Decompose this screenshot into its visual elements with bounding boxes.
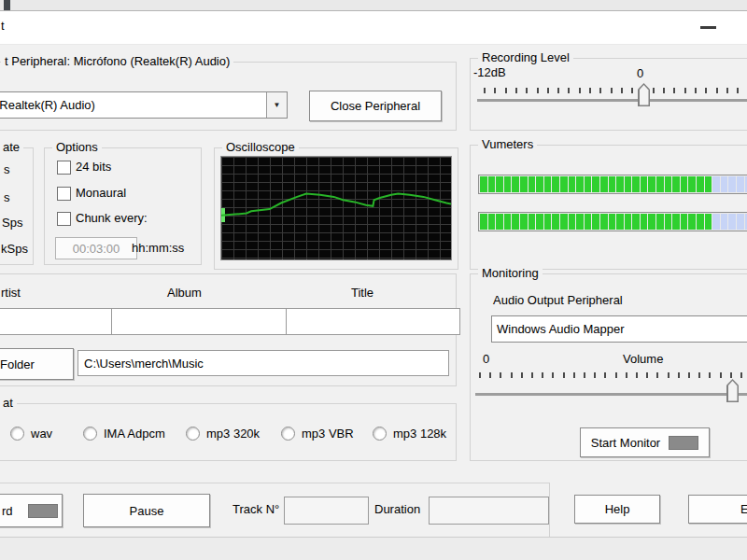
slider-tick — [604, 372, 606, 378]
checkbox-monaural[interactable] — [57, 187, 71, 201]
vu-segment-on — [520, 176, 528, 192]
checkbox-chunk-every[interactable] — [57, 212, 71, 226]
slider-tick — [542, 372, 543, 378]
artist-input[interactable] — [0, 308, 112, 335]
slider-tick — [505, 88, 507, 93]
chevron-down-icon[interactable]: ▼ — [266, 92, 287, 118]
format-radio-ima-adpcm[interactable]: IMA Adpcm — [83, 427, 165, 441]
slider-tick — [673, 88, 675, 93]
slider-tick — [705, 88, 707, 93]
close-peripheral-button[interactable]: Close Peripheral — [309, 91, 442, 121]
track-number-field[interactable] — [284, 497, 369, 525]
vu-segment-on — [488, 214, 496, 230]
slider-tick — [594, 372, 596, 378]
vu-segment-on — [697, 176, 704, 192]
radio-icon[interactable] — [281, 427, 295, 441]
slider-tick — [479, 372, 481, 378]
audio-output-combobox[interactable]: Windows Audio Mapper — [491, 315, 747, 343]
oscilloscope-label: Oscilloscope — [222, 140, 299, 154]
exit-button[interactable]: E — [688, 495, 747, 524]
folder-path-field[interactable]: C:\Users\merch\Music — [78, 350, 449, 376]
vu-segment-on — [585, 176, 592, 192]
slider-tick — [537, 88, 539, 93]
recording-level-slider-track[interactable] — [477, 99, 747, 103]
vu-segment-on — [536, 176, 543, 192]
recording-level-zero: 0 — [637, 66, 643, 80]
vu-segment-on — [616, 176, 624, 192]
slider-tick — [611, 88, 613, 93]
album-input[interactable] — [111, 308, 288, 335]
vu-segment-off — [737, 214, 744, 230]
folder-button[interactable]: Folder — [0, 348, 74, 380]
vumeter-right — [478, 212, 747, 231]
vu-segment-on — [560, 214, 568, 230]
checkbox-24bits[interactable] — [57, 161, 71, 175]
slider-tick — [698, 372, 700, 378]
vu-segment-on — [625, 214, 632, 230]
vu-segment-on — [672, 214, 680, 230]
radio-icon[interactable] — [10, 427, 24, 441]
record-button-label: rd — [2, 504, 13, 518]
vu-segment-on — [681, 214, 688, 230]
title-input[interactable] — [286, 308, 460, 335]
slider-tick — [494, 88, 496, 93]
vu-segment-on — [641, 214, 648, 230]
oscilloscope-display — [220, 156, 452, 260]
slider-tick — [668, 372, 669, 378]
vu-segment-off — [712, 214, 720, 230]
vu-segment-on — [616, 214, 624, 230]
slider-tick — [663, 88, 665, 93]
peripheral-group: t Peripheral: Micrófono (Realtek(R) Audi… — [0, 62, 457, 131]
vu-segment-on — [512, 176, 519, 192]
slider-tick — [716, 88, 718, 93]
vu-segment-on — [656, 214, 664, 230]
pause-button[interactable]: Pause — [83, 494, 210, 527]
chunk-time-field[interactable]: 00:03:00 — [55, 237, 137, 259]
audio-output-value: Windows Audio Mapper — [492, 322, 747, 336]
vu-segment-off — [737, 176, 744, 192]
slider-tick — [653, 88, 655, 93]
slider-tick — [695, 88, 697, 93]
format-radio-mp3-320k[interactable]: mp3 320k — [186, 427, 260, 441]
slider-tick — [636, 372, 638, 378]
checkbox-monaural-label: Monaural — [76, 186, 126, 200]
recording-level-slider-thumb[interactable] — [638, 83, 650, 106]
recording-level-ticks — [484, 88, 747, 93]
volume-slider-track[interactable] — [475, 393, 747, 397]
track-number-label: Track N° — [233, 502, 279, 516]
minimize-button[interactable] — [688, 13, 727, 41]
folder-path-value: C:\Users\merch\Music — [84, 357, 204, 371]
checkbox-24bits-label: 24 bits — [76, 160, 111, 174]
duration-field[interactable] — [429, 497, 549, 525]
slider-tick — [531, 372, 533, 378]
format-radio-mp3-128k[interactable]: mp3 128k — [373, 427, 446, 441]
start-monitor-button[interactable]: Start Monitor — [580, 427, 710, 457]
vu-segment-on — [632, 214, 640, 230]
volume-slider-thumb[interactable] — [726, 379, 739, 402]
radio-icon[interactable] — [83, 427, 97, 441]
radio-icon[interactable] — [186, 427, 200, 441]
format-radio-wav[interactable]: wav — [10, 427, 52, 441]
slider-tick — [684, 88, 686, 93]
peripheral-group-label: t Peripheral: Micrófono (Realtek(R) Audi… — [1, 54, 233, 68]
checkbox-chunk-every-label: Chunk every: — [76, 211, 148, 225]
title-bar: t — [0, 11, 747, 45]
sample-rate-item-fragment: s — [4, 162, 10, 176]
vumeters-group: Vumeters — [470, 145, 747, 270]
album-label: Album — [167, 286, 202, 300]
monitoring-group: Monitoring Audio Output Peripheral Windo… — [470, 273, 747, 461]
exit-button-label: E — [740, 502, 747, 516]
vu-segment-off — [728, 176, 736, 192]
start-monitor-label: Start Monitor — [591, 436, 660, 450]
vu-segment-on — [496, 176, 503, 192]
peripheral-combobox[interactable]: (Realtek(R) Audio) ▼ — [0, 91, 288, 119]
record-button[interactable]: rd — [0, 494, 63, 527]
sample-rate-item-fragment: Sps — [2, 216, 22, 230]
recording-level-label: Recording Level — [478, 50, 573, 64]
radio-icon[interactable] — [373, 427, 387, 441]
sample-rate-item-fragment: s — [4, 190, 10, 204]
help-button[interactable]: Help — [574, 495, 660, 524]
format-radio-mp3-vbr[interactable]: mp3 VBR — [281, 427, 354, 441]
options-group: Options 24 bits Monaural Chunk every: 00… — [44, 147, 202, 265]
folder-button-label: Folder — [0, 357, 35, 371]
